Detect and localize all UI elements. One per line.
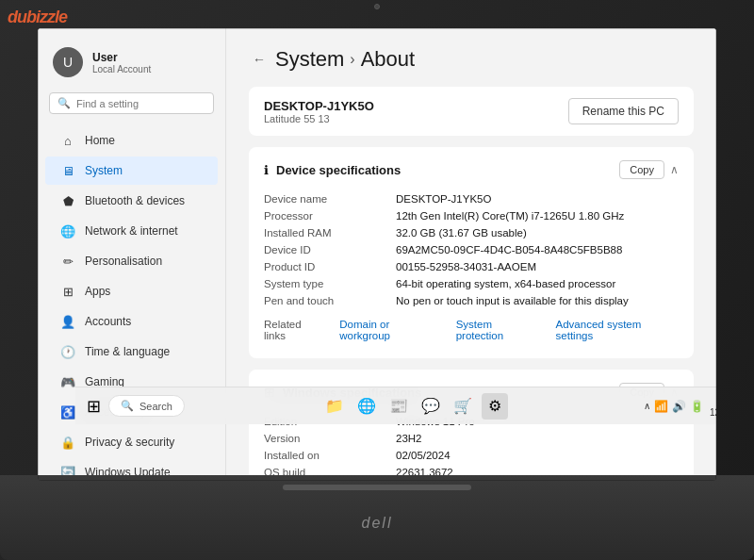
taskbar-center: 📁 🌐 📰 💬 🛒 ⚙	[321, 393, 508, 420]
spec-row-system-type: System type 64-bit operating system, x64…	[264, 275, 679, 292]
spec-value: 32.0 GB (31.67 GB usable)	[396, 227, 679, 239]
sidebar-item-personalisation[interactable]: ✏ Personalisation	[45, 247, 218, 275]
sidebar-item-label: Privacy & security	[85, 436, 174, 449]
sidebar-item-label: Home	[85, 134, 115, 147]
sidebar-item-label: Time & language	[85, 345, 170, 358]
taskbar-chat[interactable]: 💬	[418, 393, 444, 420]
avatar: U	[53, 47, 83, 77]
sidebar-item-network[interactable]: 🌐 Network & internet	[45, 217, 218, 245]
user-section: U User Local Account	[38, 40, 225, 89]
chevron-up-icon: ∧	[670, 163, 679, 176]
time-icon: 🕐	[60, 344, 75, 359]
user-name: User	[92, 51, 151, 64]
link-system-protection[interactable]: System protection	[456, 319, 541, 341]
settings-search[interactable]: 🔍	[49, 92, 214, 114]
pc-details: DESKTOP-J1YK5O Latitude 55 13	[264, 99, 374, 124]
taskbar-edge[interactable]: 🌐	[353, 393, 380, 420]
laptop-frame: U User Local Account 🔍 ⌂ Home	[0, 0, 754, 560]
clock-date: 12/06/22	[710, 406, 716, 419]
spec-label: Device name	[264, 193, 396, 205]
sidebar-item-label: Bluetooth & devices	[85, 194, 185, 207]
sidebar-item-system[interactable]: 🖥 System	[45, 156, 218, 185]
sidebar-item-label: Apps	[85, 285, 110, 298]
search-icon: 🔍	[57, 97, 71, 109]
spec-row-processor: Processor 12th Gen Intel(R) Core(TM) i7-…	[264, 207, 679, 224]
spec-row-product-id: Product ID 00155-52958-34031-AAOEM	[264, 258, 679, 275]
spec-label: Product ID	[264, 261, 396, 272]
battery-icon: 🔋	[690, 400, 704, 413]
spec-label: Device ID	[264, 244, 396, 255]
spec-value: No pen or touch input is available for t…	[396, 295, 679, 306]
sidebar-item-apps[interactable]: ⊞ Apps	[45, 277, 218, 305]
taskbar-settings[interactable]: ⚙	[482, 393, 508, 420]
taskbar-search-label: Search	[139, 401, 172, 412]
pc-model: Latitude 55 13	[264, 113, 374, 124]
win-spec-label: Version	[264, 433, 396, 444]
sidebar-item-label: Accounts	[85, 315, 131, 328]
volume-icon: 🔊	[672, 400, 686, 413]
breadcrumb-current: About	[361, 47, 416, 72]
laptop-hinge	[283, 485, 471, 490]
sidebar-item-accounts[interactable]: 👤 Accounts	[45, 307, 218, 336]
search-input[interactable]	[76, 98, 205, 109]
home-icon: ⌂	[60, 133, 75, 148]
spec-row-device-id: Device ID 69A2MC50-09CF-4D4C-B054-8A48C5…	[264, 241, 679, 258]
chevron-up-tray-icon[interactable]: ∧	[644, 401, 650, 411]
pc-info-card: DESKTOP-J1YK5O Latitude 55 13 Rename thi…	[249, 87, 694, 136]
spec-label: Pen and touch	[264, 295, 396, 306]
spec-label: Processor	[264, 210, 396, 222]
laptop-base: dell	[0, 475, 754, 560]
sidebar-item-home[interactable]: ⌂ Home	[45, 126, 218, 155]
spec-value: 69A2MC50-09CF-4D4C-B054-8A48C5FB5B88	[396, 244, 679, 255]
network-icon: 🌐	[60, 223, 75, 239]
apps-icon: ⊞	[60, 284, 75, 299]
user-info: User Local Account	[92, 51, 151, 74]
win-spec-value: 02/05/2024	[396, 450, 679, 461]
copy-device-specs-button[interactable]: Copy	[619, 160, 664, 179]
taskbar-store[interactable]: 🛒	[450, 393, 476, 420]
webcam	[374, 4, 380, 9]
start-icon[interactable]: ⊞	[83, 392, 105, 420]
taskbar-right: ∧ 📶 🔊 🔋 15:5 12/06/22	[644, 394, 716, 419]
win-spec-value: 23H2	[396, 433, 679, 444]
bluetooth-icon: ⬟	[60, 193, 75, 208]
taskbar: ⊞ 🔍 Search 📁 🌐 📰 💬 🛒 ⚙ ∧ 📶 🔊	[75, 387, 716, 424]
sidebar-item-time[interactable]: 🕐 Time & language	[45, 338, 218, 366]
taskbar-search-icon: 🔍	[121, 400, 134, 412]
taskbar-news[interactable]: 📰	[385, 393, 412, 420]
sidebar-item-label: System	[85, 164, 123, 177]
sidebar-item-bluetooth[interactable]: ⬟ Bluetooth & devices	[45, 187, 218, 215]
system-icon: 🖥	[60, 163, 75, 178]
back-button[interactable]: ←	[249, 50, 270, 69]
taskbar-left: ⊞ 🔍 Search	[83, 392, 185, 420]
user-subtitle: Local Account	[92, 64, 151, 74]
screen: U User Local Account 🔍 ⌂ Home	[38, 28, 716, 481]
device-specs-title: Device specifications	[276, 163, 401, 177]
taskbar-search[interactable]: 🔍 Search	[108, 395, 185, 417]
spec-label: System type	[264, 278, 396, 289]
spec-row-device-name: Device name DESKTOP-J1YK5O	[264, 190, 679, 207]
rename-pc-button[interactable]: Rename this PC	[568, 98, 679, 124]
spec-value: DESKTOP-J1YK5O	[396, 193, 679, 205]
sidebar-item-privacy[interactable]: 🔒 Privacy & security	[45, 428, 218, 456]
taskbar-file-explorer[interactable]: 📁	[321, 393, 348, 420]
link-advanced-system[interactable]: Advanced system settings	[556, 319, 679, 341]
win-spec-label: Installed on	[264, 450, 396, 461]
sidebar-item-label: Network & internet	[85, 224, 178, 238]
win-spec-row-installed: Installed on 02/05/2024	[264, 447, 679, 464]
device-specs-header: ℹ Device specifications Copy ∧	[264, 160, 679, 179]
pc-name: DESKTOP-J1YK5O	[264, 99, 374, 113]
specs-icon: ℹ	[264, 163, 269, 177]
link-domain-workgroup[interactable]: Domain or workgroup	[339, 319, 440, 341]
sidebar-item-label: Personalisation	[85, 255, 162, 268]
device-specs-section: ℹ Device specifications Copy ∧ Device na…	[249, 147, 694, 358]
related-links: Related links Domain or workgroup System…	[264, 319, 679, 341]
win-spec-row-version: Version 23H2	[264, 430, 679, 447]
spec-value: 12th Gen Intel(R) Core(TM) i7-1265U 1.80…	[396, 210, 679, 222]
clock[interactable]: 15:5 12/06/22	[710, 394, 716, 419]
watermark: dubizzle	[8, 8, 67, 27]
personalisation-icon: ✏	[60, 254, 75, 269]
breadcrumb-separator: ›	[350, 51, 354, 68]
system-tray: ∧ 📶 🔊 🔋	[644, 400, 704, 413]
accessibility-icon: ♿	[60, 404, 75, 420]
